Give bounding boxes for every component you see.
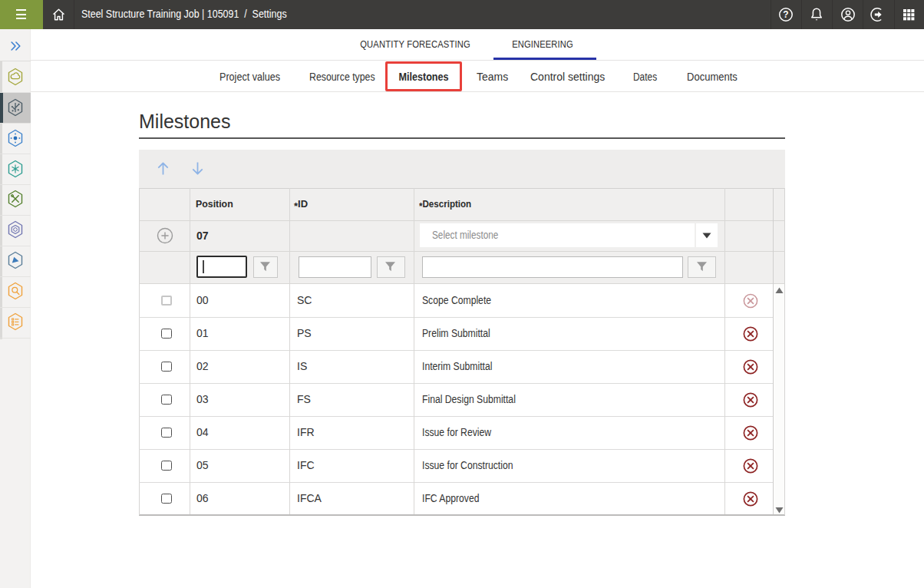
svg-text:?: ? [783,9,788,20]
